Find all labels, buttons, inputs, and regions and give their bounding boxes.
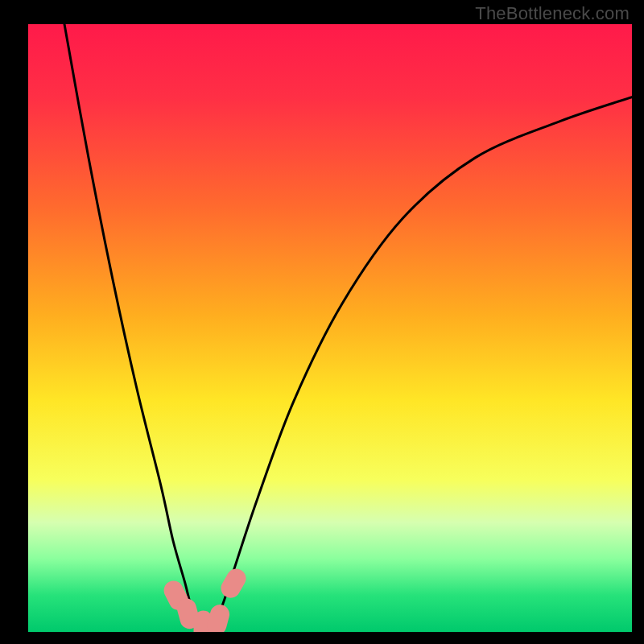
- marker-layer: [160, 565, 249, 632]
- curve-layer: [28, 24, 632, 632]
- point-d: [205, 602, 232, 632]
- bottleneck-curve: [64, 24, 632, 632]
- plot-area: [28, 24, 632, 632]
- watermark-text: TheBottleneck.com: [475, 3, 630, 24]
- point-e: [217, 565, 250, 601]
- chart-frame: TheBottleneck.com: [0, 0, 644, 644]
